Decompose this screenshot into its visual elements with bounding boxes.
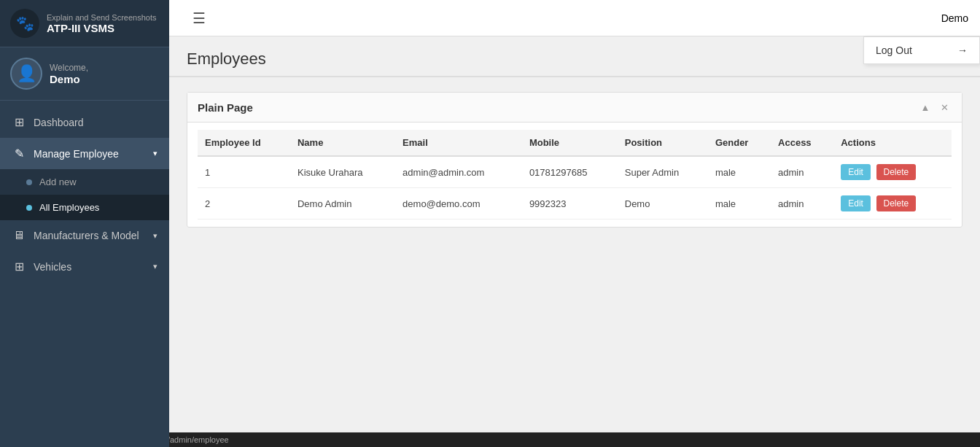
logout-arrow-icon: → [957,44,968,56]
table-header: Employee Id Name Email Mobile Position G… [198,130,952,156]
cell-position: Demo [618,188,708,219]
cell-email: admin@admin.com [395,156,522,188]
sidebar-submenu-add-new[interactable]: Add new [0,169,169,195]
vehicles-icon: ⊞ [12,260,26,273]
main-content: Employees Plain Page ▲ ✕ Employee Id Nam… [169,36,980,447]
manufacturers-icon: 🖥 [12,229,26,242]
sidebar-item-vehicles[interactable]: ⊞ Vehicles ▾ [0,251,169,282]
cell-actions: Edit Delete [833,188,952,219]
sidebar-item-label: Manufacturers & Model [34,230,139,241]
col-access: Access [771,130,833,156]
sidebar-nav: ⊞ Dashboard ✎ Manage Employee ▾ Add new … [0,101,169,447]
cell-name: Kisuke Urahara [290,156,395,188]
employees-table: Employee Id Name Email Mobile Position G… [198,130,952,219]
cell-mobile: 01781297685 [522,156,618,188]
sidebar-item-label: Dashboard [34,117,84,128]
cell-access: admin [771,156,833,188]
employees-tbody: 1 Kisuke Urahara admin@admin.com 0178129… [198,156,952,219]
manage-employee-icon: ✎ [12,147,26,160]
avatar: 👤 [10,58,42,90]
card-collapse-button[interactable]: ▲ [918,100,933,114]
employees-card: Plain Page ▲ ✕ Employee Id Name Email Mo… [187,92,962,228]
cell-actions: Edit Delete [833,156,952,188]
chevron-right-icon: ▾ [153,231,158,241]
sidebar: 🐾 Explain and Send Screenshots ATP-III V… [0,0,169,447]
col-position: Position [618,130,708,156]
cell-employee-id: 1 [198,156,290,188]
chevron-down-icon: ▾ [153,149,158,158]
sidebar-item-dashboard[interactable]: ⊞ Dashboard [0,106,169,138]
col-name: Name [290,130,395,156]
table-row: 1 Kisuke Urahara admin@admin.com 0178129… [198,156,952,188]
sidebar-item-manage-employee[interactable]: ✎ Manage Employee ▾ [0,138,169,169]
col-gender: Gender [708,130,771,156]
delete-button[interactable]: Delete [876,164,917,180]
delete-button[interactable]: Delete [876,195,917,211]
edit-button[interactable]: Edit [841,195,871,211]
table-row: 2 Demo Admin demo@demo.com 9992323 Demo … [198,188,952,219]
topbar-username: Demo [941,12,968,24]
cell-name: Demo Admin [290,188,395,219]
col-actions: Actions [833,130,952,156]
home-icon: ⊞ [12,115,26,129]
welcome-text: Welcome, [50,63,88,73]
cell-gender: male [708,156,771,188]
logout-label: Log Out [876,44,912,56]
edit-button[interactable]: Edit [841,164,871,180]
col-mobile: Mobile [522,130,618,156]
employees-table-container: Employee Id Name Email Mobile Position G… [187,123,962,227]
app-name: ATP-III VSMS [47,22,156,34]
dot-icon [26,179,32,185]
card-controls: ▲ ✕ [918,100,952,114]
dot-icon [26,205,32,211]
card-close-button[interactable]: ✕ [937,100,952,114]
sidebar-user: 👤 Welcome, Demo [0,47,169,101]
submenu-label: Add new [39,176,77,187]
manage-employee-submenu: Add new All Employees [0,169,169,220]
chevron-right-icon: ▾ [153,262,158,271]
app-tagline: Explain and Send Screenshots [47,13,156,22]
col-employee-id: Employee Id [198,130,290,156]
logout-dropdown: Log Out → [863,36,980,64]
hamburger-button[interactable]: ☰ [192,9,206,27]
app-logo-icon: 🐾 [10,9,39,38]
page-title: Employees [169,36,980,77]
sidebar-submenu-all-employees[interactable]: All Employees [0,195,169,220]
cell-employee-id: 2 [198,188,290,219]
card-header: Plain Page ▲ ✕ [187,93,962,123]
sidebar-item-manufacturers[interactable]: 🖥 Manufacturers & Model ▾ [0,220,169,251]
cell-access: admin [771,188,833,219]
sidebar-item-label: Manage Employee [34,148,119,160]
sidebar-item-label: Vehicles [34,261,71,273]
cell-mobile: 9992323 [522,188,618,219]
cell-email: demo@demo.com [395,188,522,219]
card-title: Plain Page [198,101,253,114]
sidebar-username: Demo [50,73,88,85]
logout-button[interactable]: Log Out → [864,37,979,63]
cell-gender: male [708,188,771,219]
submenu-label: All Employees [39,202,99,213]
col-email: Email [395,130,522,156]
cell-position: Super Admin [618,156,708,188]
sidebar-header: 🐾 Explain and Send Screenshots ATP-III V… [0,0,169,47]
top-bar-right: Demo [941,12,968,24]
